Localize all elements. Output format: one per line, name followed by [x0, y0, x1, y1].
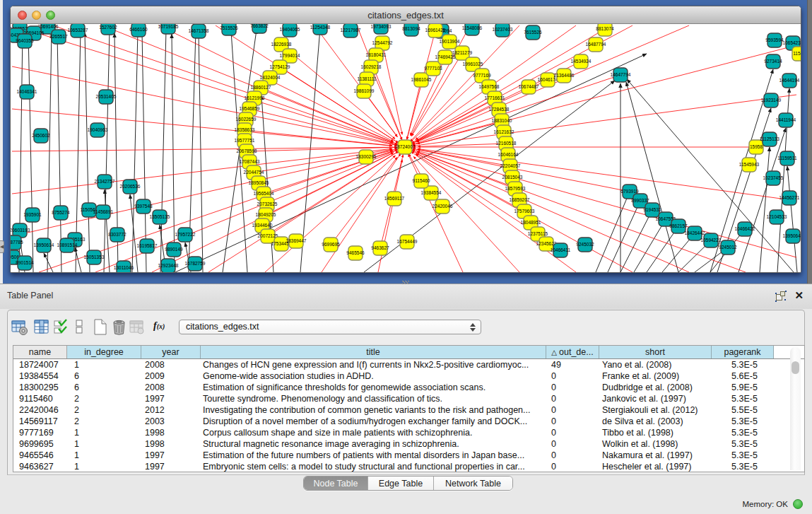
table-cell[interactable]: de Silva et al. (2003): [599, 416, 712, 427]
table-cell[interactable]: 0: [546, 393, 599, 404]
table-cell[interactable]: 5.3E-5: [712, 427, 774, 438]
table-cell[interactable]: 18724007: [13, 359, 67, 370]
graph-node[interactable]: 9699695: [322, 238, 340, 252]
new-document-icon[interactable]: [92, 319, 109, 336]
table-cell[interactable]: 1997: [141, 393, 201, 404]
graph-node[interactable]: 8755274: [52, 206, 70, 220]
table-cell[interactable]: 5.5E-5: [712, 404, 774, 416]
table-cell[interactable]: 5.6E-5: [712, 370, 774, 382]
graph-node[interactable]: 8303772: [108, 228, 126, 242]
graph-node[interactable]: 21342757: [95, 175, 115, 189]
graph-node[interactable]: 1935901: [23, 208, 42, 222]
table-cell[interactable]: 18300295: [13, 382, 67, 393]
graph-node[interactable]: 7663822: [250, 24, 269, 33]
table-cell[interactable]: Disruption of a novel member of a sodium…: [201, 416, 546, 427]
graph-node[interactable]: 12217987: [341, 24, 361, 37]
table-cell[interactable]: 2: [67, 416, 141, 427]
table-row[interactable]: 977716911998Corpus callosum shape and si…: [13, 427, 804, 438]
table-cell[interactable]: Estimation of significance thresholds fo…: [201, 382, 546, 393]
graph-node[interactable]: 11545943: [739, 158, 760, 172]
graph-node[interactable]: 15051353: [84, 250, 105, 264]
table-cell[interactable]: 1997: [141, 461, 201, 472]
table-cell[interactable]: 9777169: [13, 427, 67, 438]
table-cell[interactable]: Jankovic et al. (1997): [599, 393, 712, 404]
table-cell[interactable]: 5.9E-5: [712, 382, 774, 393]
table-cell[interactable]: 9699695: [13, 438, 67, 450]
graph-node[interactable]: 13950614: [34, 238, 54, 252]
table-cell[interactable]: Dudbridge et al. (2008): [599, 382, 712, 393]
table-cell[interactable]: 6: [67, 370, 141, 382]
table-cell[interactable]: 1: [67, 438, 141, 450]
table-cell[interactable]: Franke et al. (2009): [599, 370, 712, 382]
table-cell[interactable]: Genome-wide association studies in ADHD.: [201, 370, 546, 382]
table-cell[interactable]: 5.3E-5: [712, 416, 774, 427]
graph-node[interactable]: 12104533: [767, 210, 787, 224]
graph-node[interactable]: 6466160: [129, 24, 148, 37]
table-cell[interactable]: 0: [546, 370, 599, 382]
memory-status-icon[interactable]: [793, 499, 803, 509]
column-header-year[interactable]: year: [141, 346, 201, 358]
table-cell[interactable]: 5.3E-5: [712, 393, 774, 404]
table-cell[interactable]: 1: [67, 359, 141, 370]
table-cell[interactable]: Changes of HCN gene expression and I(f) …: [201, 359, 546, 370]
graph-node[interactable]: 22420046: [433, 199, 453, 214]
window-titlebar[interactable]: citations_edges.txt: [11, 6, 801, 24]
table-cell[interactable]: Investigating the contribution of common…: [201, 404, 546, 416]
table-scrollbar[interactable]: [790, 347, 801, 470]
table-cell[interactable]: 5.3E-5: [712, 450, 774, 461]
table-cell[interactable]: 6: [67, 382, 141, 393]
splitter-grip-icon[interactable]: [402, 281, 409, 284]
graph-node[interactable]: 8813094: [402, 24, 420, 36]
column-header-name[interactable]: name: [13, 346, 67, 358]
graph-node[interactable]: 14411944: [776, 113, 796, 127]
table-settings-icon[interactable]: [11, 319, 28, 336]
table-cell[interactable]: 0: [546, 461, 599, 472]
table-cell[interactable]: 14569117: [13, 416, 67, 427]
graph-node[interactable]: 11548086: [462, 24, 483, 35]
graph-node[interactable]: 9640355: [16, 34, 34, 48]
table-cell[interactable]: 49: [546, 359, 599, 370]
tab-network-table[interactable]: Network Table: [434, 477, 512, 490]
graph-node[interactable]: 10237455: [763, 171, 784, 185]
table-cell[interactable]: 2012: [141, 404, 201, 416]
clear-selection-icon[interactable]: [71, 319, 88, 336]
table-cell[interactable]: 22420046: [13, 404, 67, 416]
table-cell[interactable]: 5.3E-5: [712, 359, 774, 370]
table-cell[interactable]: 0: [546, 416, 599, 427]
graph-node[interactable]: 14046341: [17, 85, 37, 99]
table-cell[interactable]: Estimation of the future numbers of pati…: [201, 450, 546, 461]
graph-node[interactable]: 9397548: [134, 199, 153, 214]
table-cell[interactable]: Tibbo et al. (1998): [599, 427, 712, 438]
graph-node[interactable]: 14456271: [779, 191, 800, 205]
table-cell[interactable]: 1: [67, 427, 141, 438]
table-cell[interactable]: 1998: [141, 438, 201, 450]
graph-node[interactable]: 11456891: [93, 205, 114, 219]
table-cell[interactable]: 2009: [141, 370, 201, 382]
table-cell[interactable]: 0: [546, 438, 599, 450]
table-row[interactable]: 946554611997Estimation of the future num…: [13, 450, 804, 461]
table-row[interactable]: 2242004622012Investigating the contribut…: [13, 404, 804, 416]
graph-node[interactable]: 11548: [792, 47, 801, 61]
graph-node[interactable]: 11254348: [310, 24, 331, 35]
graph-node[interactable]: 9463627: [371, 241, 389, 255]
graph-node[interactable]: 19404065: [280, 24, 300, 37]
graph-node[interactable]: 11159511: [777, 151, 797, 165]
graph-node[interactable]: 10674487: [519, 80, 539, 94]
graph-node[interactable]: 2450602: [32, 129, 50, 143]
graph-node[interactable]: 13011046: [114, 261, 134, 272]
table-cell[interactable]: 1: [67, 450, 141, 461]
float-panel-icon[interactable]: [775, 291, 787, 302]
table-select-dropdown[interactable]: citations_edges.txt: [179, 320, 481, 334]
graph-node[interactable]: 7515526: [220, 24, 238, 35]
column-header-pagerank[interactable]: pagerank: [712, 346, 774, 358]
trash-icon[interactable]: [111, 319, 128, 336]
graph-node[interactable]: 10466411: [551, 243, 571, 257]
table-cell[interactable]: 0: [546, 450, 599, 461]
graph-node[interactable]: 9115460: [413, 174, 430, 188]
graph-node[interactable]: 14534924: [571, 54, 592, 69]
table-cell[interactable]: 19384554: [13, 370, 67, 382]
graph-node[interactable]: 11125133: [760, 132, 779, 146]
table-cell[interactable]: Structural magnetic resonance image aver…: [201, 438, 546, 450]
table-row[interactable]: 1830029562008Estimation of significance …: [13, 382, 804, 393]
graph-node[interactable]: 15958: [749, 140, 763, 154]
